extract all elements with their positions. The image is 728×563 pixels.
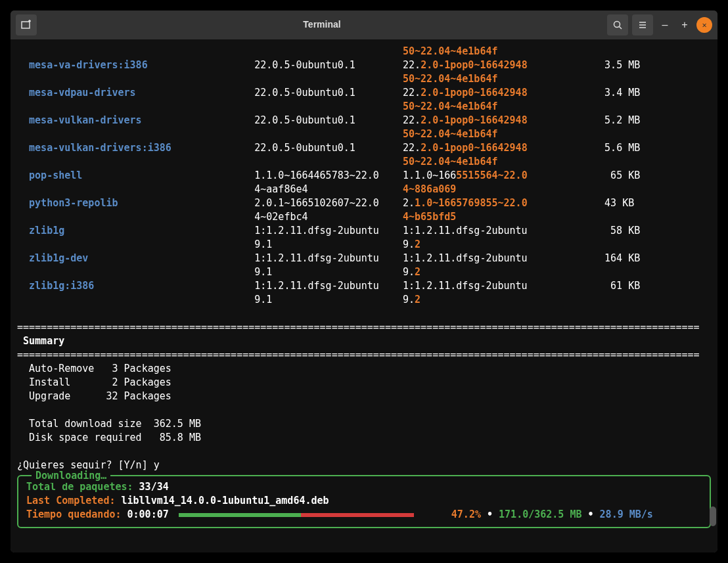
svg-rect-0: [22, 22, 30, 28]
progress-percent: 47.2%: [451, 508, 481, 520]
progress-rate: 28.9 MB/s: [600, 508, 653, 520]
package-name: python3-repolib: [29, 197, 118, 209]
last-completed-value: libllvm14_14.0.0-1ubuntu1_amd64.deb: [122, 495, 329, 507]
minimize-button[interactable]: –: [657, 17, 673, 33]
progress-bytes: 171.0/362.5 MB: [499, 508, 581, 520]
divider: ========================================…: [17, 349, 700, 361]
terminal-window: Terminal – + ✕ 50~22.04~4e1b64f mesa-va-…: [11, 11, 717, 552]
package-name: mesa-vulkan-drivers: [29, 114, 142, 126]
window-title: Terminal: [37, 18, 607, 32]
terminal-output[interactable]: 50~22.04~4e1b64f mesa-va-drivers:i386 22…: [11, 39, 717, 552]
search-button[interactable]: [607, 14, 628, 35]
package-name: zlib1g:i386: [29, 280, 94, 292]
package-name: zlib1g: [29, 225, 64, 236]
svg-point-1: [614, 22, 620, 28]
scrollbar-thumb[interactable]: [710, 507, 716, 526]
downloading-panel: Downloading…Total de paquetes: 33/34 Las…: [17, 475, 711, 528]
menu-button[interactable]: [632, 14, 653, 35]
package-name: zlib1g-dev: [29, 252, 88, 264]
progress-bar: [179, 513, 442, 517]
titlebar: Terminal – + ✕: [11, 11, 717, 39]
last-completed-label: Last Completed:: [26, 495, 115, 507]
maximize-button[interactable]: +: [677, 17, 693, 33]
package-name: mesa-va-drivers:i386: [29, 59, 148, 71]
svg-line-2: [620, 27, 622, 30]
progress-bar-pending: [301, 513, 414, 517]
close-button[interactable]: ✕: [696, 17, 712, 33]
package-name: pop-shell: [29, 169, 82, 181]
package-name: mesa-vdpau-drivers: [29, 87, 136, 99]
summary-title: Summary: [23, 335, 64, 347]
new-tab-button[interactable]: [16, 14, 37, 35]
divider: ========================================…: [17, 321, 700, 333]
time-remaining-label: Tiempo quedando:: [26, 508, 122, 520]
package-name: mesa-vulkan-drivers:i386: [29, 142, 171, 154]
downloading-title: Downloading…: [32, 469, 110, 483]
progress-bar-done: [179, 513, 301, 517]
time-remaining-value: 0:00:07: [127, 508, 169, 520]
total-packages-value: 33/34: [139, 481, 169, 493]
